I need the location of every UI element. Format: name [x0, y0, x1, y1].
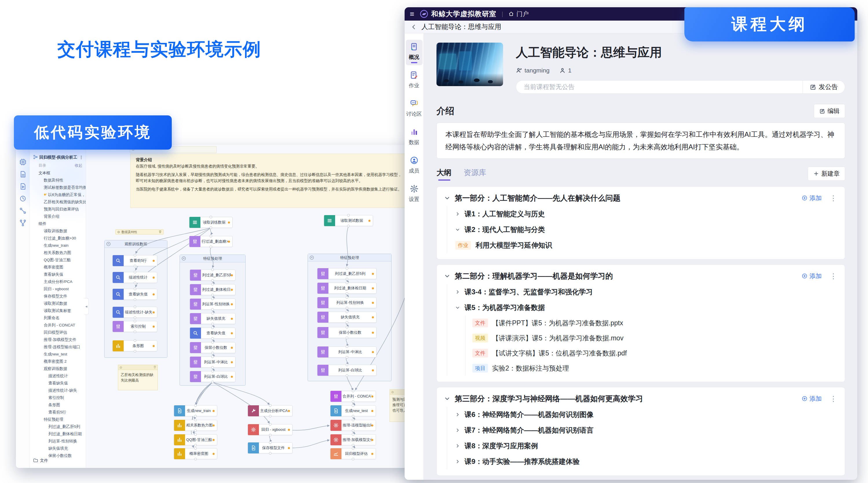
workflow-node[interactable]: 列运算-性别转换	[317, 297, 376, 308]
lesson-row[interactable]: 课8：深度学习应用案例	[455, 438, 837, 454]
toc-item[interactable]: 保存模型文件	[30, 292, 86, 300]
workflow-node[interactable]: 列过滤_删体检日期	[317, 283, 376, 294]
toc-item[interactable]: 预测与回归效果评估	[30, 205, 86, 213]
chevron-right-icon[interactable]	[455, 444, 460, 448]
workflow-node[interactable]: 条形图	[112, 340, 157, 351]
more-icon[interactable]: ⋮	[830, 272, 837, 280]
workflow-node[interactable]: 查看缺失值	[190, 328, 236, 339]
workflow-node[interactable]: 保存模型文件	[248, 443, 292, 453]
toc-item[interactable]: 相关系数热力图	[30, 249, 86, 256]
workflow-node[interactable]: 缺失值填充	[317, 312, 376, 323]
section-header[interactable]: 第一部分：人工智能简介——先人在解决什么问题添加⋮	[444, 191, 837, 205]
post-announcement-button[interactable]: 发公告	[803, 83, 845, 91]
back-chevron-icon[interactable]	[411, 24, 417, 30]
toc-item[interactable]: 读取训练数据	[30, 227, 86, 234]
breadcrumb[interactable]: 人工智能导论：思维与应用	[422, 22, 501, 31]
workflow-node[interactable]: 列运算-中淋比	[190, 357, 236, 368]
sidebar-item-概况[interactable]: 概况	[406, 40, 423, 65]
brand-title[interactable]: 和鲸大学虚拟教研室	[431, 9, 496, 19]
toc-item[interactable]: 回归 - xgboost	[30, 285, 86, 292]
chevron-down-icon[interactable]	[455, 227, 460, 232]
workflow-node[interactable]: 列运算-白球比	[190, 371, 236, 382]
document-icon[interactable]	[19, 170, 27, 178]
lesson-row[interactable]: 课2：现代人工智能与分类	[455, 222, 837, 237]
badge-row[interactable]: 作业利用大模型学习延伸知识	[455, 237, 837, 253]
chevron-right-icon[interactable]	[455, 211, 460, 216]
toc-item[interactable]: 缺失值填充	[30, 445, 86, 452]
workflow-node[interactable]: 回归 - xgboost	[248, 424, 292, 435]
toc-item[interactable]: 描述性统计-缺失	[30, 387, 86, 394]
sidebar-item-files[interactable]: 文件	[30, 456, 86, 465]
lesson-row[interactable]: 课7：神经网络简介——机器如何识别语言	[455, 422, 837, 438]
workflow-node[interactable]: 列过滤_删乙肝5列	[190, 269, 236, 281]
toc-item[interactable]: 生成new_train	[30, 242, 86, 249]
toc-item[interactable]: 条形图	[30, 401, 86, 408]
toc-item[interactable]: 数据及特性	[30, 176, 86, 184]
toc-item[interactable]: 生成new_test	[30, 350, 86, 358]
add-button[interactable]: 添加	[802, 272, 822, 280]
section-header[interactable]: 第三部分：深度学习与神经网络——机器如何更高效学习添加⋮	[444, 392, 837, 406]
toc-item[interactable]: 索引控制	[30, 394, 86, 401]
lesson-row[interactable]: 课3-4：监督学习、无监督学习和强化学习	[455, 284, 837, 300]
toc-item[interactable]: 列重命名	[30, 314, 86, 321]
workflow-node[interactable]: 描述性统计	[112, 272, 157, 283]
sidebar-item-成员[interactable]: 成员	[406, 153, 423, 179]
chevron-down-icon[interactable]	[444, 195, 450, 201]
workflow-node[interactable]: 列过滤_删乙肝5列	[317, 268, 376, 279]
workflow-node[interactable]: 推理-加载模型文件	[330, 434, 376, 445]
chevron-down-icon[interactable]	[444, 396, 450, 401]
workflow-node[interactable]: 行过滤_删血糖>30	[189, 236, 232, 247]
collapsed-group-bar[interactable]: ⊙ 数据及特性	[115, 229, 164, 234]
portal-link[interactable]: 门户	[508, 10, 529, 18]
toc-item[interactable]: 回归模型评估	[30, 329, 86, 336]
toc-item[interactable]: ☛以6为血糖的正常值，超...	[30, 191, 86, 198]
section-header[interactable]: 第二部分：理解机器学习——机器是如何学习的添加⋮	[444, 269, 837, 283]
chevron-right-icon[interactable]	[455, 459, 460, 464]
history-icon[interactable]	[19, 195, 27, 202]
new-chapter-button[interactable]: 新建章	[808, 167, 845, 180]
toc-item[interactable]: 推理-连模型输出端口	[30, 343, 86, 350]
workflow-node[interactable]: 合并列 - CONCAT	[330, 391, 376, 402]
workflow-node[interactable]: 相关系数热力图	[174, 420, 217, 431]
toc-item[interactable]: 行过滤_删血糖>30	[30, 234, 86, 242]
branch-icon[interactable]	[19, 219, 27, 227]
workflow-node[interactable]: 索引控制	[112, 321, 157, 332]
toc-item[interactable]: 主成分分析/PCA	[30, 278, 86, 285]
workflow-node[interactable]: 列运算-白球比	[317, 365, 376, 376]
workflow-node[interactable]: 回归模型评估	[330, 448, 376, 459]
more-icon[interactable]: ⋮	[830, 194, 837, 202]
toc-item[interactable]: 列过滤_删体检日期	[30, 430, 86, 437]
resource-row[interactable]: 文件【课件PPT】课5：为机器学习准备数据.pptx	[472, 315, 837, 331]
trash-icon[interactable]	[154, 366, 156, 369]
resource-row[interactable]: 视频【讲课演示】课5：为机器学习准备数据.mov	[472, 331, 837, 346]
toc-item[interactable]: 描述性统计	[30, 372, 86, 379]
toc-item[interactable]: 读取测试集标签	[30, 307, 86, 314]
workflow-node[interactable]: 列运算-性别转换	[190, 299, 236, 310]
collapse-icon[interactable]: ⊙	[120, 366, 122, 369]
more-icon[interactable]: ⋮	[830, 395, 837, 403]
chevron-down-icon[interactable]	[455, 305, 460, 310]
toc-item[interactable]: 观察训练数据	[30, 365, 86, 372]
add-button[interactable]: 添加	[802, 194, 822, 202]
course-thumbnail[interactable]	[436, 42, 503, 86]
workflow-node[interactable]: 描述性统计-缺失	[112, 307, 157, 318]
collapse-toc-button[interactable]: 收起	[75, 163, 82, 168]
chevron-right-icon[interactable]	[455, 290, 460, 294]
add-button[interactable]: 添加	[802, 395, 822, 403]
toc-item[interactable]: 测试标签数据是否非均衡	[30, 184, 86, 191]
workflow-node[interactable]: 列过滤_删体检日期	[190, 284, 236, 295]
tab-resources[interactable]: 资源库	[464, 168, 486, 180]
edit-intro-button[interactable]: 编辑	[814, 104, 845, 118]
workflow-node[interactable]: 主成分分析/PCA	[248, 405, 292, 416]
chevron-right-icon[interactable]	[455, 428, 460, 432]
toc-item[interactable]: 读取测试数据	[30, 300, 86, 307]
resource-row[interactable]: 文件【试讲文字稿】课5：位机器学习准备数据.pdf	[472, 346, 837, 361]
lesson-row[interactable]: 课6：神经网络简介——机器如何识别图像	[455, 407, 837, 422]
workflow-node[interactable]: 列运算-中淋比	[317, 346, 376, 358]
more-icon[interactable]: ⋮	[79, 155, 84, 160]
play-file-icon[interactable]	[19, 183, 27, 190]
workflow-node[interactable]: 查看前5行	[112, 255, 157, 266]
toc-item[interactable]: 列运算-性别转换	[30, 437, 86, 445]
collapse-icon[interactable]: ⊙	[391, 391, 394, 394]
sidebar-item-讨论区[interactable]: 讨论区	[406, 96, 423, 122]
